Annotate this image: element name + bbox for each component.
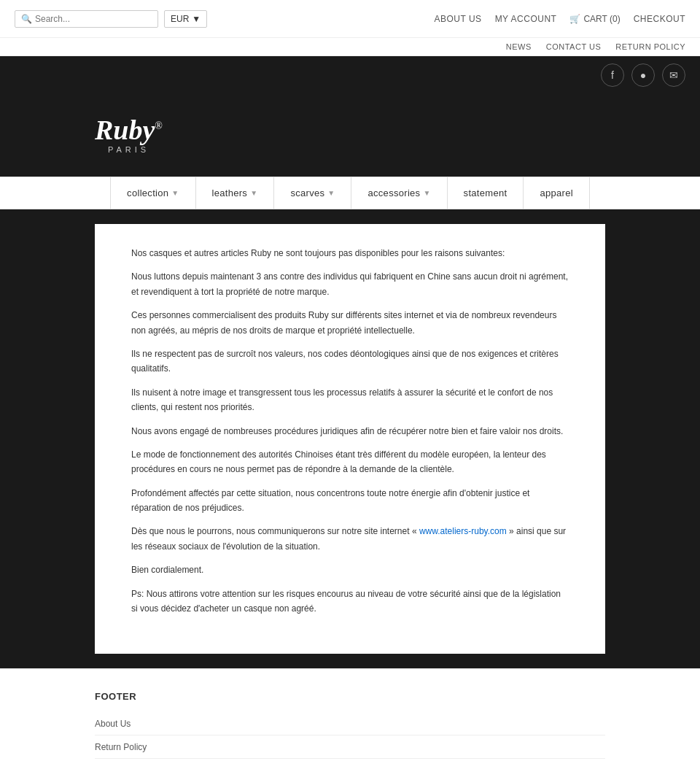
top-bar: 🔍 EUR ▼ ABOUT US MY ACCOUNT 🛒 CART (0) C… — [0, 0, 700, 38]
news-link[interactable]: NEWS — [506, 42, 532, 51]
cart-link[interactable]: 🛒 CART (0) — [569, 14, 620, 24]
chevron-down-icon: ▼ — [327, 189, 335, 197]
nav-item-leathers[interactable]: leathers ▼ — [196, 177, 275, 209]
chevron-down-icon: ▼ — [250, 189, 257, 197]
ateliers-ruby-link[interactable]: www.ateliers-ruby.com — [419, 526, 507, 536]
currency-selector[interactable]: EUR ▼ — [164, 10, 207, 28]
chevron-down-icon: ▼ — [423, 189, 430, 197]
top-bar-right: ABOUT US MY ACCOUNT 🛒 CART (0) CHECKOUT — [435, 14, 686, 24]
search-wrapper[interactable]: 🔍 — [15, 10, 158, 28]
content-para-1: Nous luttons depuis maintenant 3 ans con… — [131, 269, 569, 299]
footer-title: FOOTER — [95, 691, 605, 702]
return-policy-link[interactable]: RETURN POLICY — [615, 42, 685, 51]
content-para-11: Ps: Nous attirons votre attention sur le… — [131, 587, 569, 617]
about-us-link[interactable]: ABOUT US — [435, 14, 482, 24]
logo-area: Ruby® PARIS — [0, 94, 700, 177]
nav-item-statement[interactable]: statement — [448, 177, 524, 209]
footer-link-item: Return Policy — [95, 735, 605, 759]
footer-return-policy-link[interactable]: Return Policy — [95, 742, 147, 752]
nav-item-accessories[interactable]: accessories ▼ — [351, 177, 447, 209]
instagram-icon[interactable]: ● — [631, 63, 655, 87]
nav-item-collection[interactable]: collection ▼ — [110, 177, 195, 209]
currency-value: EUR — [171, 14, 189, 24]
content-para-5: Nous avons engagé de nombreuses procédur… — [131, 424, 569, 439]
nav-item-scarves[interactable]: scarves ▼ — [274, 177, 351, 209]
content-para-8: Dès que nous le pourrons, nous communiqu… — [131, 524, 569, 554]
contact-us-link[interactable]: CONTACT US — [546, 42, 602, 51]
content-para-4: Ils nuisent à notre image et transgresse… — [131, 385, 569, 415]
top-bar-left: 🔍 EUR ▼ — [15, 10, 207, 28]
footer: FOOTER About Us Return Policy Contact us… — [0, 668, 700, 761]
cart-label: CART (0) — [583, 14, 620, 24]
footer-link-item: About Us — [95, 712, 605, 735]
email-icon[interactable]: ✉ — [662, 63, 685, 87]
logo[interactable]: Ruby® PARIS — [95, 116, 163, 154]
top-bar-second: NEWS CONTACT US RETURN POLICY — [0, 38, 700, 56]
main-nav: collection ▼ leathers ▼ scarves ▼ access… — [0, 177, 700, 209]
cart-icon: 🛒 — [569, 14, 580, 24]
content-box: Nos casques et autres articles Ruby ne s… — [95, 224, 605, 654]
my-account-link[interactable]: MY ACCOUNT — [495, 14, 557, 24]
content-para-0: Nos casques et autres articles Ruby ne s… — [131, 246, 569, 260]
footer-about-us-link[interactable]: About Us — [95, 719, 131, 729]
logo-subtitle: PARIS — [95, 145, 163, 154]
checkout-link[interactable]: CHECKOUT — [634, 14, 685, 24]
footer-links: About Us Return Policy Contact us News — [95, 712, 605, 761]
chevron-down-icon: ▼ — [171, 189, 179, 197]
content-para-7: Profondément affectés par cette situatio… — [131, 486, 569, 516]
social-bar: f ● ✉ — [0, 56, 700, 94]
search-icon: 🔍 — [21, 14, 32, 24]
facebook-icon[interactable]: f — [601, 63, 624, 87]
nav-item-apparel[interactable]: apparel — [524, 177, 589, 209]
chevron-down-icon: ▼ — [192, 14, 201, 24]
logo-name: Ruby® — [95, 116, 163, 144]
main-content: Nos casques et autres articles Ruby ne s… — [0, 209, 700, 668]
content-para-3: Ils ne respectent pas de surcroît nos va… — [131, 347, 569, 376]
content-para-10: Bien cordialement. — [131, 563, 569, 577]
content-para-6: Le mode de fonctionnement des autorités … — [131, 447, 569, 477]
search-input[interactable] — [35, 14, 152, 24]
content-para-2: Ces personnes commercialisent des produi… — [131, 308, 569, 338]
